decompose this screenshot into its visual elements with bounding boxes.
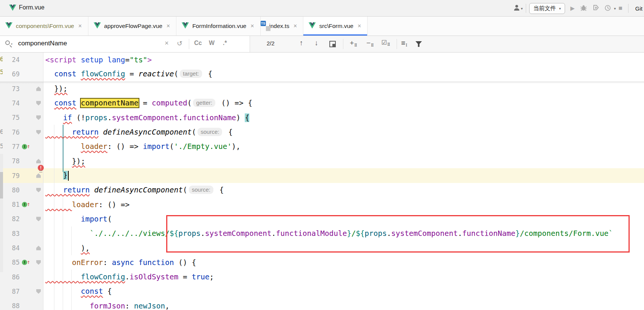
line-number[interactable]: 81 (12, 201, 20, 208)
gutter[interactable]: 74 (0, 96, 43, 110)
fold-marker-icon[interactable] (36, 101, 41, 105)
code-text[interactable]: ), (43, 244, 90, 253)
code-text[interactable]: if (!props.systemComponent.functionName)… (43, 113, 249, 122)
line-number[interactable]: 85 (12, 259, 20, 266)
line-number[interactable]: 84 (12, 244, 20, 252)
run-config-dropdown[interactable]: 当前文件 ▾ (529, 3, 565, 14)
line-number[interactable]: 80 (12, 186, 20, 194)
tab-close-icon[interactable]: × (167, 23, 170, 29)
fold-marker-icon[interactable] (36, 115, 41, 120)
code-text[interactable]: } (43, 171, 69, 181)
error-intention-bulb-icon[interactable]: ! (38, 165, 44, 171)
fold-marker-icon[interactable] (36, 260, 41, 265)
search-icon[interactable]: ▾ (5, 40, 13, 48)
gutter[interactable]: 77I↑ (0, 140, 43, 154)
tab-2[interactable]: approveFlowPage.vue× (88, 17, 177, 36)
whole-words-toggle[interactable]: W (209, 40, 215, 46)
gutter[interactable]: 24 (0, 53, 43, 67)
gutter[interactable]: 85I↑ (0, 255, 43, 270)
line-number[interactable]: 75 (12, 114, 20, 121)
search-in-selection-button[interactable]: ≡Ⅰ (401, 39, 407, 47)
gutter[interactable]: 76 (0, 125, 43, 139)
gutter[interactable]: 80 (0, 183, 43, 197)
fold-marker-icon[interactable] (36, 174, 41, 178)
code-text[interactable]: flowConfig.isOldSystem = true; (43, 273, 214, 281)
code-line-78[interactable]: 78 }); (0, 154, 644, 168)
fold-marker-icon[interactable] (36, 188, 41, 192)
profiler-dropdown-icon[interactable]: ▾ (614, 6, 616, 11)
gutter[interactable]: 82 (0, 212, 43, 226)
tab-4[interactable]: TSindex.ts× (261, 17, 304, 36)
add-occurrence-button[interactable]: +Ⅱ (350, 39, 357, 47)
line-number[interactable]: 86 (12, 273, 20, 281)
line-number[interactable]: 69 (12, 70, 20, 78)
implemented-marker-icon[interactable]: I↑ (22, 144, 32, 150)
code-line-79[interactable]: 79! } (0, 168, 644, 183)
gutter[interactable]: 69 (0, 67, 43, 81)
tab-5[interactable]: src\Form.vue× (303, 17, 368, 36)
code-text[interactable]: onError: async function () { (43, 258, 196, 267)
user-account-icon[interactable] (513, 4, 521, 12)
code-line-87[interactable]: 87 const { (0, 284, 644, 299)
code-text[interactable]: const componentName = computed(getter: (… (43, 99, 252, 108)
line-number[interactable]: 83 (12, 230, 20, 237)
code-text[interactable]: loader: () => import('./Empty.vue'), (43, 142, 241, 151)
stop-button[interactable]: ■ (619, 5, 622, 12)
implemented-marker-icon[interactable]: I↑ (22, 259, 32, 265)
implemented-marker-icon[interactable]: I↑ (22, 202, 32, 208)
clear-search-icon[interactable]: × (165, 39, 169, 47)
gutter[interactable]: 88 (0, 299, 43, 310)
code-line-24[interactable]: 24<script setup lang="ts"> (0, 53, 644, 67)
toggle-occurrences-button[interactable]: ☑Ⅱ (381, 39, 390, 46)
code-text[interactable]: formJson: newJson, (43, 302, 170, 310)
fold-marker-icon[interactable] (36, 246, 41, 250)
gutter[interactable]: 83 (0, 226, 43, 241)
code-text[interactable]: }); (43, 84, 68, 93)
line-number[interactable]: 79 (12, 172, 20, 180)
tab-1[interactable]: components\Form.vue× (0, 17, 88, 36)
code-editor[interactable]: 24<script setup lang="ts">69 const flowC… (0, 53, 644, 310)
fold-marker-icon[interactable] (36, 289, 41, 294)
user-dropdown-icon[interactable]: ▾ (521, 6, 523, 11)
code-text[interactable]: const flowConfig = reactive(target: { (43, 70, 212, 79)
fold-marker-icon[interactable] (36, 217, 41, 221)
gutter[interactable]: 79! (0, 168, 43, 183)
tab-3[interactable]: FormInformation.vue× (176, 17, 260, 36)
gutter[interactable]: 87 (0, 284, 43, 299)
tab-close-icon[interactable]: × (293, 23, 297, 29)
fold-marker-icon[interactable] (36, 159, 41, 163)
remove-occurrence-button[interactable]: −Ⅱ (366, 39, 374, 47)
line-number[interactable]: 73 (12, 85, 20, 93)
gutter[interactable]: 81I↑ (0, 197, 43, 212)
run-button[interactable]: ▶ (570, 5, 575, 12)
regex-toggle[interactable]: .* (223, 40, 227, 46)
line-number[interactable]: 82 (12, 215, 20, 223)
code-text[interactable]: import( (43, 215, 112, 223)
code-line-69[interactable]: 69 const flowConfig = reactive(target: { (0, 67, 644, 81)
git-widget[interactable]: Git (635, 5, 642, 12)
code-line-80[interactable]: 80 return defineAsyncComponent(source: { (0, 183, 644, 197)
gutter[interactable]: 78 (0, 154, 43, 168)
code-text[interactable]: const { (43, 287, 112, 296)
gutter[interactable]: 86 (0, 270, 43, 284)
tab-close-icon[interactable]: × (78, 23, 82, 29)
code-line-74[interactable]: 74 const componentName = computed(getter… (0, 96, 644, 110)
previous-match-button[interactable]: ↑ (300, 39, 303, 47)
line-number[interactable]: 76 (12, 129, 20, 136)
run-with-coverage-button[interactable] (592, 5, 599, 12)
next-match-button[interactable]: ↓ (315, 39, 318, 47)
select-all-occurrences-button[interactable] (329, 41, 336, 47)
debug-button[interactable] (580, 5, 587, 12)
code-line-76[interactable]: 76 return defineAsyncComponent(source: { (0, 125, 644, 139)
code-line-88[interactable]: 88 formJson: newJson, (0, 299, 644, 310)
tab-close-icon[interactable]: × (358, 23, 361, 29)
code-line-77[interactable]: 77I↑ loader: () => import('./Empty.vue')… (0, 140, 644, 154)
code-text[interactable]: loader: () => (43, 200, 130, 209)
line-number[interactable]: 78 (12, 157, 20, 165)
fold-marker-icon[interactable] (36, 130, 41, 135)
gutter[interactable]: 75 (0, 110, 43, 125)
code-text[interactable]: <script setup lang="ts"> (43, 56, 152, 64)
code-line-86[interactable]: 86 flowConfig.isOldSystem = true; (0, 270, 644, 284)
line-number[interactable]: 87 (12, 288, 20, 295)
gutter[interactable]: 84 (0, 241, 43, 255)
